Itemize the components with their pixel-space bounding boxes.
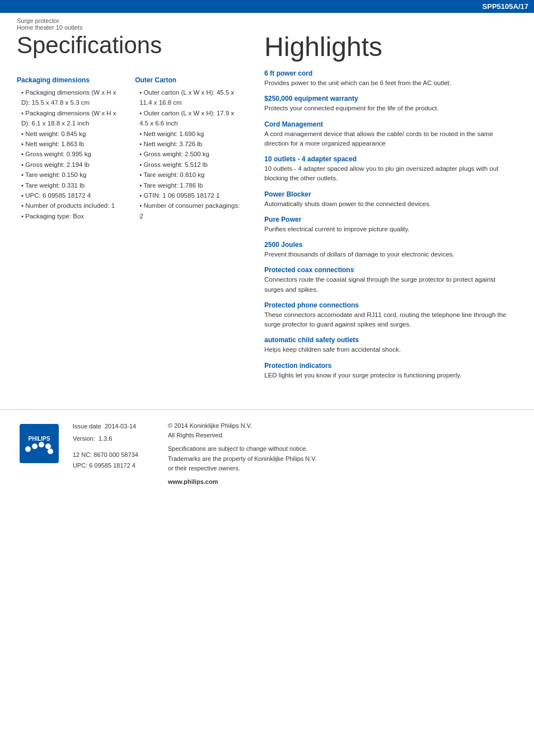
highlight-desc: Purifies electrical current to improve p… <box>264 225 513 234</box>
outer-carton-list: Outer carton (L x W x H): 45.5 x 11.4 x … <box>135 87 242 221</box>
specs-two-col: Packaging dimensions Packaging dimension… <box>17 68 242 221</box>
highlight-title: 10 outlets - 4 adapter spaced <box>264 155 513 163</box>
list-item: Nett weight: 1.863 lb <box>21 139 124 149</box>
list-item: Number of products included: 1 <box>21 200 124 211</box>
list-item: Gross weight: 2.194 lb <box>21 160 124 170</box>
footer: PHILIPS Issue date 2014-03-14 Version: 1… <box>0 409 534 498</box>
highlight-power-blocker: Power Blocker Automatically shuts down p… <box>264 190 513 209</box>
svg-point-6 <box>48 449 53 454</box>
highlight-desc: 10 outlets - 4 adapter spaced allow you … <box>264 164 513 184</box>
highlight-title: Protected coax connections <box>264 266 513 274</box>
page-title: Specifications <box>17 34 242 57</box>
copyright-text: © 2014 Koninklijke Philips N.V.All Right… <box>168 421 517 441</box>
list-item: Tare weight: 0.331 lb <box>21 180 124 190</box>
highlight-desc: Helps keep children safe from accidental… <box>264 345 513 354</box>
packaging-section-title: Packaging dimensions <box>17 76 124 84</box>
svg-point-2 <box>25 446 31 452</box>
website-row: www.philips.com <box>168 477 517 487</box>
svg-point-4 <box>39 442 44 447</box>
list-item: Packaging dimensions (W x H x D): 6.1 x … <box>21 108 124 129</box>
list-item: Gross weight: 0.995 kg <box>21 149 124 159</box>
highlight-child-safety: automatic child safety outlets Helps kee… <box>264 336 513 354</box>
list-item: Tare weight: 0.810 kg <box>139 170 242 180</box>
highlight-title: Pure Power <box>264 216 513 223</box>
upc-row: UPC: 6 09585 18172 4 <box>73 460 157 471</box>
outer-carton-col: Outer Carton Outer carton (L x W x H): 4… <box>135 68 242 221</box>
list-item: Outer carton (L x W x H): 45.5 x 11.4 x … <box>139 87 242 108</box>
specifications-section: Specifications Packaging dimensions Pack… <box>17 31 242 387</box>
footer-meta: Issue date 2014-03-14 Version: 1.3.6 12 … <box>73 421 157 471</box>
legal-text: Specifications are subject to change wit… <box>168 444 517 474</box>
highlight-desc: Connectors route the coaxial signal thro… <box>264 275 513 295</box>
version-label: Version: <box>73 435 95 442</box>
highlight-title: 2500 Joules <box>264 241 513 249</box>
highlight-desc: Provides power to the unit which can be … <box>264 78 513 88</box>
issue-date: 2014-03-14 <box>105 423 136 430</box>
highlight-desc: LED lights let you know if your surge pr… <box>264 371 513 380</box>
packaging-col: Packaging dimensions Packaging dimension… <box>17 68 124 221</box>
highlight-desc: Protects your connected equipment for th… <box>264 104 513 113</box>
list-item: Gross weight: 2.500 kg <box>139 149 242 159</box>
nc-row: 12 NC: 8670 000 58734 <box>73 450 157 460</box>
list-item: Nett weight: 0.845 kg <box>21 129 124 139</box>
highlight-title: automatic child safety outlets <box>264 336 513 344</box>
highlight-protection-indicators: Protection indicators LED lights let you… <box>264 362 513 380</box>
main-content: Specifications Packaging dimensions Pack… <box>0 31 534 387</box>
website-link: www.philips.com <box>168 478 218 485</box>
list-item: Nett weight: 1.690 kg <box>139 129 242 139</box>
philips-logo-svg: PHILIPS <box>17 421 62 466</box>
upc-label: UPC: <box>73 462 89 469</box>
product-info: Surge protector Home theater 10 outlets <box>0 13 534 31</box>
product-subtitle: Home theater 10 outlets <box>17 24 82 31</box>
highlight-phone: Protected phone connections These connec… <box>264 301 513 330</box>
list-item: GTIN: 1 06 09585 18172 1 <box>139 190 242 200</box>
list-item: Tare weight: 0.150 kg <box>21 170 124 180</box>
product-code-bar: SPP5105A/17 <box>0 0 534 13</box>
highlights-section: Highlights 6 ft power cord Provides powe… <box>253 31 513 387</box>
highlight-title: Protection indicators <box>264 362 513 370</box>
highlights-title: Highlights <box>264 34 513 60</box>
highlight-title: 6 ft power cord <box>264 69 513 77</box>
highlight-coax: Protected coax connections Connectors ro… <box>264 266 513 295</box>
list-item: Packaging type: Box <box>21 211 124 221</box>
highlight-pure-power: Pure Power Purifies electrical current t… <box>264 216 513 234</box>
highlight-joules: 2500 Joules Prevent thousands of dollars… <box>264 241 513 259</box>
svg-point-5 <box>45 444 51 449</box>
highlight-title: $250,000 equipment warranty <box>264 95 513 102</box>
svg-text:PHILIPS: PHILIPS <box>29 436 50 442</box>
upc-value: 6 09585 18172 4 <box>89 462 135 469</box>
product-code: SPP5105A/17 <box>483 2 528 11</box>
highlight-title: Cord Management <box>264 120 513 128</box>
highlight-desc: Automatically shuts down power to the co… <box>264 199 513 209</box>
highlight-title: Protected phone connections <box>264 301 513 309</box>
issue-date-row: Issue date 2014-03-14 <box>73 421 157 432</box>
list-item: Nett weight: 3.726 lb <box>139 139 242 149</box>
outer-carton-section-title: Outer Carton <box>135 76 242 84</box>
nc-value: 8670 000 58734 <box>93 451 138 458</box>
list-item: Packaging dimensions (W x H x D): 15.5 x… <box>21 87 124 108</box>
highlight-10-outlets: 10 outlets - 4 adapter spaced 10 outlets… <box>264 155 513 184</box>
list-item: Number of consumer packagings: 2 <box>139 200 242 221</box>
highlight-desc: A cord management device that allows the… <box>264 129 513 149</box>
list-item: Tare weight: 1.786 lb <box>139 180 242 190</box>
footer-legal: © 2014 Koninklijke Philips N.V.All Right… <box>168 421 517 487</box>
nc-label: 12 NC: <box>73 451 93 458</box>
list-item: Gross weight: 5.512 lb <box>139 160 242 170</box>
highlight-cord-management: Cord Management A cord management device… <box>264 120 513 149</box>
version-row: Version: 1.3.6 <box>73 433 157 444</box>
product-type: Surge protector <box>17 17 59 24</box>
issue-label: Issue date <box>73 423 101 430</box>
highlight-desc: Prevent thousands of dollars of damage t… <box>264 250 513 259</box>
highlight-6ft-power-cord: 6 ft power cord Provides power to the un… <box>264 69 513 88</box>
packaging-list: Packaging dimensions (W x H x D): 15.5 x… <box>17 87 124 221</box>
list-item: Outer carton (L x W x H): 17.9 x 4.5 x 6… <box>139 108 242 129</box>
philips-logo: PHILIPS <box>17 421 62 468</box>
list-item: UPC: 6 09585 18172 4 <box>21 190 124 200</box>
highlight-warranty: $250,000 equipment warranty Protects you… <box>264 95 513 113</box>
highlight-desc: These connectors accomodate and RJ11 cor… <box>264 310 513 330</box>
svg-point-3 <box>32 444 38 449</box>
highlight-title: Power Blocker <box>264 190 513 198</box>
version-value: 1.3.6 <box>99 435 112 442</box>
